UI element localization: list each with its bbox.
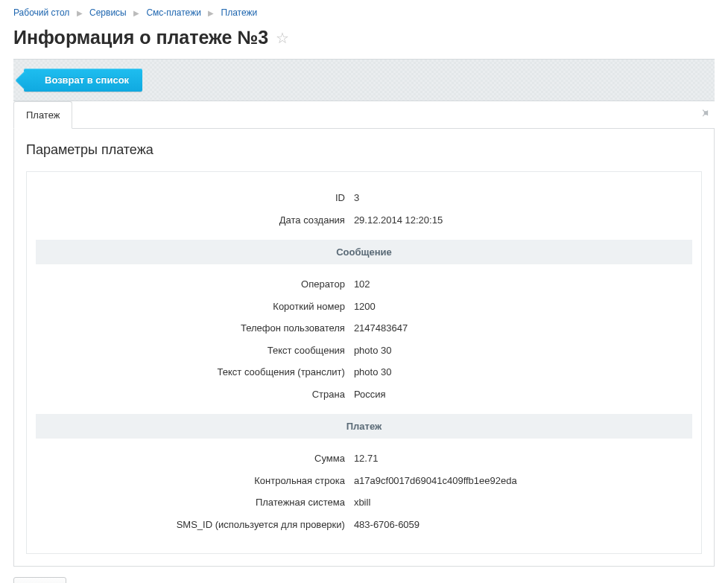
param-value: a17a9cf0017d69041c409ffb1ee92eda — [351, 474, 692, 488]
footer-row: Назад — [13, 577, 715, 583]
toolbar: Возврат в список — [13, 59, 715, 101]
param-label: Страна — [36, 387, 351, 402]
param-value: 2147483647 — [351, 321, 692, 336]
page-title: Информация о платеже №3 — [13, 27, 268, 48]
param-value: Россия — [351, 387, 692, 402]
param-row-msg-text: Текст сообщения photo 30 — [36, 340, 692, 362]
panel-heading: Параметры платежа — [26, 142, 702, 158]
param-row-created: Дата создания 29.12.2014 12:20:15 — [36, 209, 692, 232]
param-value: 1200 — [351, 299, 692, 314]
param-label: Контрольная строка — [36, 474, 351, 488]
param-row-sms-id: SMS_ID (используется для проверки) 483-6… — [36, 514, 692, 536]
breadcrumb-link-desktop[interactable]: Рабочий стол — [13, 7, 69, 18]
star-icon[interactable]: ☆ — [276, 31, 289, 45]
tabs-row: Платеж — [13, 101, 715, 129]
back-button[interactable]: Назад — [13, 577, 66, 583]
breadcrumb-link-payments[interactable]: Платежи — [221, 7, 258, 18]
tab-payment[interactable]: Платеж — [13, 101, 72, 129]
param-row-pay-system: Платежная система xbill — [36, 491, 692, 514]
param-row-short-number: Короткий номер 1200 — [36, 296, 692, 318]
param-value: 29.12.2014 12:20:15 — [351, 213, 692, 228]
param-value: photo 30 — [351, 343, 692, 358]
param-row-country: Страна Россия — [36, 383, 692, 406]
chevron-right-icon: ▶ — [133, 9, 139, 17]
param-label: Платежная система — [36, 495, 351, 510]
param-value: 483-6706-6059 — [351, 517, 692, 532]
breadcrumb-link-sms-payments[interactable]: Смс-платежи — [146, 7, 200, 18]
chevron-right-icon: ▶ — [208, 9, 214, 17]
breadcrumb-link-services[interactable]: Сервисы — [89, 7, 127, 18]
param-value: 3 — [351, 191, 692, 206]
section-message: Сообщение — [36, 240, 692, 264]
param-row-control-string: Контрольная строка a17a9cf0017d69041c409… — [36, 470, 692, 492]
param-label: Дата создания — [36, 213, 351, 228]
breadcrumb: Рабочий стол ▶ Сервисы ▶ Смс-платежи ▶ П… — [0, 0, 728, 24]
param-row-id: ID 3 — [36, 187, 692, 209]
param-label: Текст сообщения (транслит) — [36, 365, 351, 380]
param-row-amount: Сумма 12.71 — [36, 447, 692, 470]
param-label: Сумма — [36, 451, 351, 466]
param-label: SMS_ID (используется для проверки) — [36, 517, 351, 532]
param-row-operator: Оператор 102 — [36, 273, 692, 296]
page-title-row: Информация о платеже №3 ☆ — [0, 24, 728, 59]
param-value: photo 30 — [351, 365, 692, 380]
return-to-list-label: Возврат в список — [45, 74, 129, 86]
param-value: 12.71 — [351, 451, 692, 466]
param-label: Короткий номер — [36, 299, 351, 314]
param-row-msg-translit: Текст сообщения (транслит) photo 30 — [36, 361, 692, 383]
param-label: Оператор — [36, 277, 351, 292]
param-label: Телефон пользователя — [36, 321, 351, 336]
return-to-list-button[interactable]: Возврат в список — [24, 69, 142, 92]
param-value: 102 — [351, 277, 692, 292]
param-label: ID — [36, 191, 351, 206]
param-row-user-phone: Телефон пользователя 2147483647 — [36, 317, 692, 340]
param-box: ID 3 Дата создания 29.12.2014 12:20:15 С… — [26, 171, 702, 554]
content-panel: Параметры платежа ID 3 Дата создания 29.… — [13, 129, 715, 567]
chevron-right-icon: ▶ — [77, 9, 83, 17]
param-label: Текст сообщения — [36, 343, 351, 358]
section-payment: Платеж — [36, 414, 692, 439]
param-value: xbill — [351, 495, 692, 510]
pin-icon[interactable] — [695, 103, 715, 128]
